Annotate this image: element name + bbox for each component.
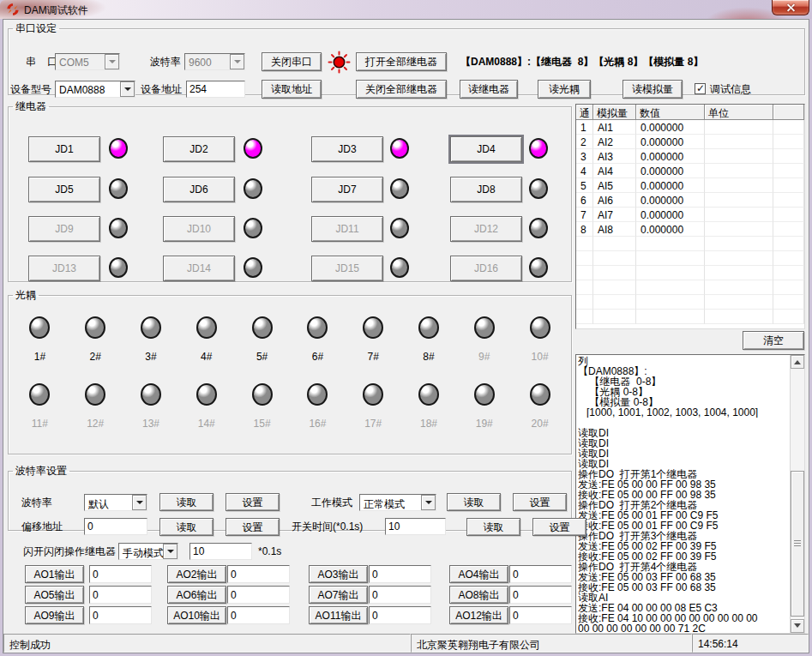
log-scrollbar[interactable] (790, 355, 804, 633)
baud-select[interactable]: 9600 (184, 53, 245, 70)
relay-button-jd13[interactable]: JD13 (28, 256, 100, 281)
table-row[interactable]: 1AI10.000000 (576, 120, 804, 135)
ao-output-button-5[interactable]: AO5输出 (25, 586, 84, 604)
debug-info-checkbox[interactable] (695, 83, 706, 94)
ao-value-input-3[interactable] (369, 565, 431, 583)
table-row[interactable] (576, 310, 804, 324)
relay-button-jd15[interactable]: JD15 (311, 256, 383, 281)
ao-output-button-6[interactable]: AO6输出 (167, 586, 226, 604)
switch-time-set-button[interactable]: 设置 (532, 518, 586, 536)
ao-value-input-1[interactable] (89, 565, 152, 583)
relay-button-jd7[interactable]: JD7 (311, 177, 383, 202)
relay-button-jd14[interactable]: JD14 (163, 256, 235, 281)
work-mode-set-button[interactable]: 设置 (513, 493, 567, 511)
ao-value-input-12[interactable] (509, 606, 572, 624)
baud-read-button[interactable]: 读取 (159, 493, 214, 511)
ao-value-input-8[interactable] (509, 586, 572, 604)
ao-value-input-2[interactable] (227, 565, 290, 583)
table-row[interactable]: 6AI60.000000 (576, 193, 804, 208)
baud-setting-select[interactable]: 默认 (84, 494, 147, 511)
table-row[interactable] (576, 295, 804, 310)
chevron-down-icon[interactable] (421, 495, 436, 510)
device-address-input[interactable] (186, 81, 245, 98)
relay-button-jd5[interactable]: JD5 (28, 177, 100, 202)
read-address-button[interactable]: 读取地址 (262, 80, 322, 99)
scroll-up-icon[interactable] (791, 355, 804, 369)
table-row[interactable] (576, 266, 804, 280)
relay-button-jd16[interactable]: JD16 (450, 256, 522, 281)
table-header-cell: 通 (576, 105, 593, 120)
table-cell (705, 266, 773, 280)
model-select[interactable]: DAM0888 (55, 81, 135, 98)
table-row[interactable] (576, 251, 804, 266)
offset-set-button[interactable]: 设置 (226, 518, 280, 536)
ao-output-button-2[interactable]: AO2输出 (167, 565, 226, 583)
port-select[interactable]: COM5 (55, 53, 120, 70)
chevron-down-icon[interactable] (230, 54, 244, 69)
ao-value-input-5[interactable] (89, 586, 152, 604)
relay-button-jd11[interactable]: JD11 (311, 216, 383, 242)
chevron-down-icon[interactable] (120, 81, 135, 97)
clear-log-button[interactable]: 清空 (743, 331, 804, 350)
relay-button-jd3[interactable]: JD3 (311, 136, 383, 162)
relay-button-jd4[interactable]: JD4 (450, 136, 522, 162)
close-button[interactable] (772, 0, 809, 15)
relay-button-jd12[interactable]: JD12 (450, 216, 522, 242)
close-all-relays-button[interactable]: 关闭全部继电器 (356, 80, 447, 99)
switch-time-input[interactable] (385, 518, 446, 535)
scrollbar-thumb[interactable] (791, 471, 804, 617)
scroll-down-icon[interactable] (791, 619, 804, 633)
ao-output-button-4[interactable]: AO4输出 (449, 565, 508, 583)
read-analog-button[interactable]: 读模拟量 (623, 80, 683, 99)
ao-value-input-6[interactable] (227, 586, 290, 604)
ao-value-input-4[interactable] (509, 565, 572, 583)
ao-output-button-1[interactable]: AO1输出 (25, 565, 84, 583)
relay-button-jd1[interactable]: JD1 (28, 136, 100, 162)
relay-button-jd8[interactable]: JD8 (450, 177, 522, 202)
status-message: 控制成功 (3, 634, 411, 653)
table-row[interactable] (576, 237, 804, 251)
ao-output-button-10[interactable]: AO10输出 (167, 606, 226, 624)
relay-button-jd6[interactable]: JD6 (163, 177, 235, 202)
ao-value-input-9[interactable] (89, 606, 152, 624)
close-port-button[interactable]: 关闭串口 (262, 52, 322, 71)
switch-time-read-button[interactable]: 读取 (466, 518, 520, 536)
relay-button-jd9[interactable]: JD9 (28, 216, 100, 242)
log-panel[interactable]: 列【DAM0888】: 【继电器 0-8】 【光耦 0-8】 【模拟量 0-8】… (575, 354, 805, 634)
read-opto-button[interactable]: 读光耦 (538, 80, 591, 99)
ao-output-button-12[interactable]: AO12输出 (449, 606, 508, 624)
ao-output-button-7[interactable]: AO7输出 (309, 586, 368, 604)
log-line: 接收:FE 05 00 03 FF 00 68 35 (578, 582, 789, 593)
ao-output-button-3[interactable]: AO3输出 (309, 565, 368, 583)
table-row[interactable] (576, 280, 804, 295)
ao-output-button-8[interactable]: AO8输出 (449, 586, 508, 604)
ao-value-input-11[interactable] (369, 606, 431, 624)
table-row[interactable]: 3AI30.000000 (576, 149, 804, 164)
table-row[interactable]: 4AI40.000000 (576, 164, 804, 178)
table-cell (773, 251, 804, 266)
offset-address-input[interactable] (84, 518, 147, 535)
chevron-down-icon[interactable] (105, 54, 119, 69)
table-row[interactable]: 5AI50.000000 (576, 178, 804, 193)
table-row[interactable]: 2AI20.000000 (576, 135, 804, 149)
log-line: 发送:FE 04 00 00 00 08 E5 C3 (578, 603, 789, 613)
ao-output-button-9[interactable]: AO9输出 (25, 606, 84, 624)
chevron-down-icon[interactable] (132, 495, 147, 510)
work-mode-read-button[interactable]: 读取 (447, 493, 501, 511)
table-row[interactable]: 7AI70.000000 (576, 208, 804, 222)
opto-label-4: 4# (201, 351, 212, 363)
work-mode-select[interactable]: 正常模式 (359, 494, 436, 511)
baud-set-button[interactable]: 设置 (226, 493, 280, 511)
relay-button-jd10[interactable]: JD10 (163, 216, 235, 242)
log-line: 发送:FE 05 00 03 FF 00 68 35 (578, 572, 789, 582)
offset-read-button[interactable]: 读取 (159, 518, 214, 536)
analog-table[interactable]: 通模拟量数值单位 1AI10.0000002AI20.0000003AI30.0… (575, 104, 805, 329)
titlebar[interactable]: DAM调试软件 (0, 0, 812, 19)
ao-value-input-10[interactable] (227, 606, 290, 624)
read-relays-button[interactable]: 读继电器 (460, 80, 518, 99)
ao-value-input-7[interactable] (369, 586, 431, 604)
relay-button-jd2[interactable]: JD2 (163, 136, 235, 162)
ao-output-button-11[interactable]: AO11输出 (309, 606, 368, 624)
table-row[interactable]: 8AI80.000000 (576, 222, 804, 237)
open-all-relays-button[interactable]: 打开全部继电器 (356, 52, 447, 71)
